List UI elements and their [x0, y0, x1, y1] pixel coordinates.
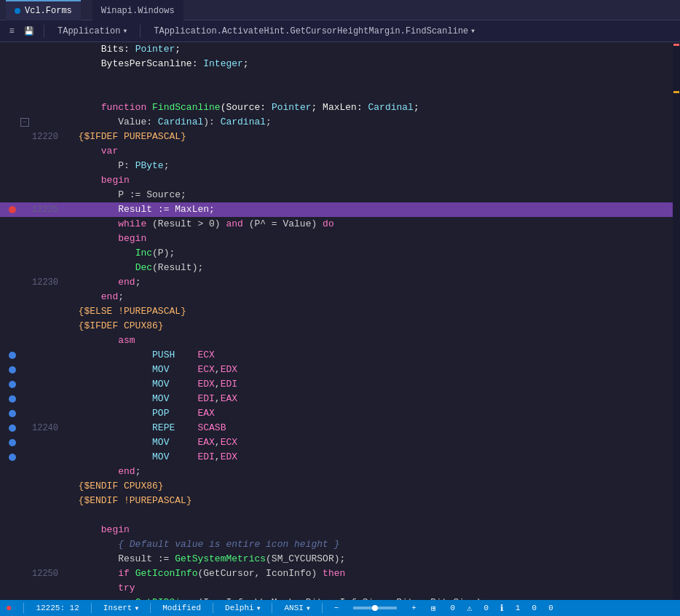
fold-icon[interactable]	[20, 511, 29, 520]
line-gutter	[0, 304, 64, 319]
encoding-selector[interactable]: ANSI ▼	[284, 604, 309, 612]
breakpoint-empty[interactable]	[9, 104, 16, 111]
breakpoint-empty[interactable]	[9, 526, 16, 534]
breakpoint-blue[interactable]	[9, 395, 16, 403]
breakpoint-blue[interactable]	[9, 381, 16, 388]
breakpoint-empty[interactable]	[9, 119, 16, 126]
line-gutter	[0, 596, 64, 600]
breakpoint-empty[interactable]	[9, 512, 16, 519]
fold-icon[interactable]	[20, 438, 29, 447]
zoom-icon[interactable]: ⊞	[431, 604, 436, 613]
breakpoint-empty[interactable]	[9, 293, 16, 301]
breakpoint-empty[interactable]	[9, 556, 16, 563]
fold-icon[interactable]	[20, 336, 29, 345]
fold-icon[interactable]	[20, 395, 29, 403]
fold-icon[interactable]	[20, 89, 29, 98]
menu-icon[interactable]: ≡	[6, 25, 17, 37]
right-scrollbar[interactable]	[673, 42, 680, 600]
nav-dropdown-right[interactable]: TApplication.ActivateHint.GetCursorHeigh…	[149, 25, 479, 38]
fold-icon[interactable]	[20, 467, 29, 476]
fold-icon[interactable]	[20, 409, 29, 418]
breakpoint-empty[interactable]	[9, 191, 16, 199]
breakpoint-empty[interactable]	[9, 148, 16, 155]
fold-icon[interactable]	[20, 424, 29, 433]
breakpoint-blue[interactable]	[9, 352, 16, 359]
fold-icon[interactable]	[20, 278, 29, 287]
breakpoint-empty[interactable]	[9, 279, 16, 286]
breakpoint-empty[interactable]	[9, 60, 16, 68]
fold-icon[interactable]	[20, 366, 29, 374]
fold-icon[interactable]	[20, 497, 29, 505]
breakpoint-empty[interactable]	[9, 162, 16, 170]
fold-icon[interactable]	[20, 234, 29, 243]
fold-icon[interactable]	[20, 584, 29, 593]
breakpoint-empty[interactable]	[9, 323, 16, 330]
fold-icon[interactable]	[20, 599, 29, 600]
tab-winapi-windows[interactable]: Winapi.Windows	[92, 0, 183, 20]
breakpoint-empty[interactable]	[9, 90, 16, 97]
table-row: 12240 REPE SCASB	[0, 421, 673, 435]
fold-icon[interactable]	[20, 191, 29, 200]
breakpoint-empty[interactable]	[9, 250, 16, 257]
fold-icon[interactable]	[20, 540, 29, 549]
fold-icon[interactable]	[20, 147, 29, 156]
breakpoint-blue[interactable]	[9, 366, 16, 374]
breakpoint-empty[interactable]	[9, 483, 16, 490]
zoom-plus[interactable]: +	[411, 604, 416, 612]
breakpoint-empty[interactable]	[9, 541, 16, 548]
breakpoint-empty[interactable]	[9, 264, 16, 272]
fold-icon[interactable]	[20, 453, 29, 462]
fold-icon[interactable]	[20, 526, 29, 534]
breakpoint-red[interactable]	[9, 206, 16, 213]
language-selector[interactable]: Delphi ▼	[225, 604, 260, 612]
fold-icon[interactable]	[20, 205, 29, 214]
fold-icon[interactable]	[20, 380, 29, 389]
table-row: 12230 end;	[0, 275, 673, 290]
fold-icon[interactable]	[20, 176, 29, 185]
fold-icon[interactable]	[20, 45, 29, 54]
table-row: P: PByte;	[0, 159, 673, 173]
breakpoint-empty[interactable]	[9, 497, 16, 505]
fold-icon[interactable]	[20, 569, 29, 578]
breakpoint-blue[interactable]	[9, 439, 16, 446]
breakpoint-empty[interactable]	[9, 308, 16, 315]
fold-icon[interactable]	[20, 307, 29, 316]
fold-icon[interactable]	[20, 555, 29, 564]
breakpoint-blue[interactable]	[9, 410, 16, 417]
breakpoint-blue[interactable]	[9, 425, 16, 432]
fold-icon[interactable]	[20, 293, 29, 301]
fold-icon[interactable]	[20, 162, 29, 170]
fold-icon[interactable]	[20, 322, 29, 331]
fold-icon[interactable]	[20, 220, 29, 229]
breakpoint-empty[interactable]	[9, 46, 16, 53]
fold-icon[interactable]	[20, 133, 29, 141]
breakpoint-empty[interactable]	[9, 337, 16, 344]
save-icon[interactable]: 💾	[23, 25, 35, 37]
line-gutter	[0, 246, 64, 261]
zoom-thumb[interactable]	[372, 605, 378, 611]
fold-icon[interactable]	[20, 351, 29, 360]
breakpoint-empty[interactable]	[9, 585, 16, 592]
fold-icon[interactable]	[20, 60, 29, 68]
fold-icon[interactable]	[20, 249, 29, 258]
fold-icon[interactable]	[20, 482, 29, 491]
breakpoint-empty[interactable]	[9, 221, 16, 228]
tab-vcl-forms[interactable]: Vcl.Forms	[6, 0, 81, 20]
fold-icon[interactable]: −	[20, 118, 29, 127]
breakpoint-empty[interactable]	[9, 599, 16, 600]
breakpoint-empty[interactable]	[9, 468, 16, 475]
breakpoint-blue[interactable]	[9, 454, 16, 461]
breakpoint-empty[interactable]	[9, 570, 16, 577]
breakpoint-empty[interactable]	[9, 235, 16, 242]
code-editor[interactable]: Bits: Pointer; BytesPerScanline: Integer…	[0, 42, 680, 600]
fold-icon[interactable]	[20, 264, 29, 272]
zoom-minus[interactable]: −	[334, 604, 339, 612]
nav-dropdown-left[interactable]: TApplication ▼	[53, 25, 131, 38]
line-gutter: 12225	[0, 202, 64, 217]
breakpoint-empty[interactable]	[9, 133, 16, 141]
breakpoint-empty[interactable]	[9, 177, 16, 184]
breakpoint-empty[interactable]	[9, 75, 16, 82]
fold-icon[interactable]	[20, 103, 29, 112]
insert-mode[interactable]: Insert ▼	[103, 604, 138, 612]
fold-icon[interactable]	[20, 74, 29, 83]
